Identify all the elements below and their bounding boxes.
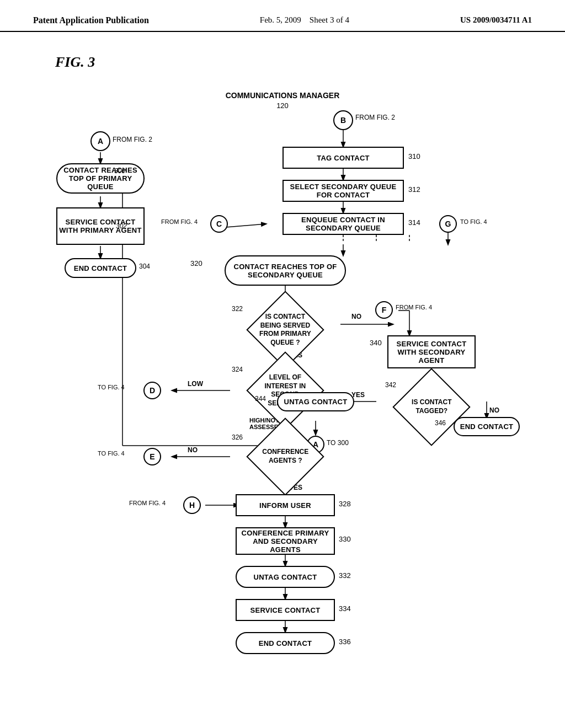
contact-reaches-secondary-box: CONTACT REACHES TOP OF SECONDARY QUEUE [225,255,346,286]
label-to-fig4-d: TO FIG. 4 [98,384,125,390]
service-secondary-box: SERVICE CONTACT WITH SECONDARY AGENT [387,335,476,368]
diamond-322-num: 322 [232,305,243,313]
circle-h: H [183,496,201,514]
label-from-fig4-c: FROM FIG. 4 [161,218,198,225]
circle-c: C [210,215,228,233]
diamond-326: CONFERENCE AGENTS ? [246,417,324,495]
enqueue-num: 314 [408,218,420,227]
label-to-fig4-g: TO FIG. 4 [460,218,487,225]
diamond-326-num: 326 [232,433,243,441]
page-header: Patent Application Publication Feb. 5, 2… [0,0,565,32]
end-304-box: END CONTACT [65,258,136,278]
untag-344-num: 344 [255,395,266,403]
tag-contact-num: 310 [408,152,420,160]
label-from-fig2-a: FROM FIG. 2 [113,136,152,143]
label-from-fig4-h: FROM FIG. 4 [129,500,166,506]
conference-primary-num: 330 [339,535,351,543]
svg-text:NO: NO [351,313,361,320]
enqueue-contact-box: ENQUEUE CONTACT IN SECONDARY QUEUE [282,213,404,235]
header-center: Feb. 5, 2009 Sheet 3 of 4 [260,15,349,25]
end-346-num: 346 [435,419,446,427]
select-secondary-box: SELECT SECONDARY QUEUE FOR CONTACT [282,180,404,202]
end-336-num: 336 [339,638,351,646]
untag-332-box: UNTAG CONTACT [236,566,335,588]
circle-b: B [333,110,353,130]
circle-a-top: A [90,131,110,151]
contact-reaches-primary-box: CONTACT REACHES TOP OF PRIMARY QUEUE [56,163,145,194]
service-primary-num: 302 [116,222,127,230]
service-334-box: SERVICE CONTACT [236,599,335,621]
service-334-num: 334 [339,604,351,613]
inform-user-box: INFORM USER [236,494,335,516]
end-346-box: END CONTACT [454,417,520,436]
svg-text:NO: NO [489,406,499,414]
conference-primary-box: CONFERENCE PRIMARY AND SECONDARY AGENTS [236,527,335,555]
circle-f: F [375,301,393,319]
diagram: COMMUNICATIONS MANAGER 120 YES NO LOW HI… [34,82,531,727]
svg-text:COMMUNICATIONS MANAGER: COMMUNICATIONS MANAGER [226,91,340,100]
figure-title: FIG. 3 [55,54,565,71]
header-left: Patent Application Publication [33,15,149,25]
diamond-324-num: 324 [232,366,243,373]
label-from-fig4-f: FROM FIG. 4 [396,304,432,311]
tag-contact-box: TAG CONTACT [282,147,404,169]
end-336-box: END CONTACT [236,632,335,654]
diamond-342-num: 342 [385,381,396,389]
label-from-fig2-b: FROM FIG. 2 [355,114,395,121]
contact-reaches-primary-num: 300 [114,167,125,175]
label-to-300: TO 300 [327,439,349,447]
untag-344-box: UNTAG CONTACT [277,392,354,411]
service-primary-box: SERVICE CONTACT WITH PRIMARY AGENT [56,207,145,245]
inform-user-num: 328 [339,500,351,508]
svg-text:NO: NO [188,446,198,454]
end-304-num: 304 [139,263,150,270]
svg-text:120: 120 [276,101,289,110]
circle-g: G [439,215,457,233]
untag-332-num: 332 [339,571,351,580]
circle-d: D [143,382,161,399]
service-secondary-num: 340 [370,339,382,347]
contact-reaches-secondary-num: 320 [190,259,202,267]
label-to-fig4-e: TO FIG. 4 [98,450,125,457]
header-right: US 2009/0034711 A1 [460,15,532,25]
select-secondary-num: 312 [408,185,420,194]
circle-e: E [143,448,161,465]
svg-text:LOW: LOW [188,380,204,388]
